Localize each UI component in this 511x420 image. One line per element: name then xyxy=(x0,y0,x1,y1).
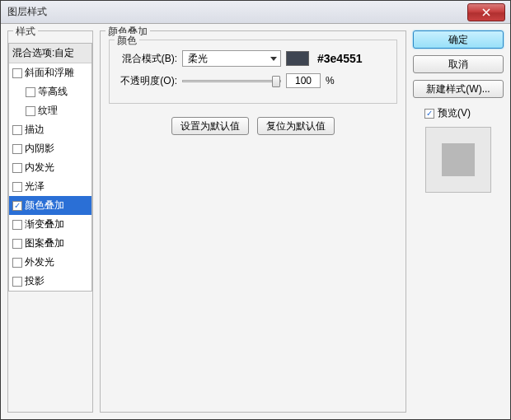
window-title: 图层样式 xyxy=(1,5,47,19)
style-item-label: 描边 xyxy=(25,123,45,137)
chevron-down-icon xyxy=(270,57,277,61)
style-item-label: 内发光 xyxy=(25,161,54,175)
opacity-row: 不透明度(O): 100 % xyxy=(118,73,388,88)
color-hex: #3e4551 xyxy=(317,52,363,65)
preview-box xyxy=(425,127,491,193)
style-item[interactable]: 外发光 xyxy=(9,253,91,272)
style-checkbox[interactable] xyxy=(12,125,22,135)
color-overlay-group: 颜色叠加 颜色 混合模式(B): 柔光 #3e4551 不透明度(O): xyxy=(100,30,406,413)
close-icon xyxy=(482,8,490,16)
style-checkbox[interactable] xyxy=(12,277,22,287)
style-item[interactable]: 内阴影 xyxy=(9,139,91,158)
sub-title: 颜色 xyxy=(115,34,139,48)
style-checkbox[interactable] xyxy=(12,163,22,173)
dialog-content: 样式 混合选项:自定斜面和浮雕等高线纹理描边内阴影内发光光泽颜色叠加渐变叠加图案… xyxy=(1,24,510,419)
opacity-label: 不透明度(O): xyxy=(118,74,177,88)
styles-group: 样式 混合选项:自定斜面和浮雕等高线纹理描边内阴影内发光光泽颜色叠加渐变叠加图案… xyxy=(7,30,93,413)
blend-mode-select[interactable]: 柔光 xyxy=(182,50,281,67)
style-item-label: 图案叠加 xyxy=(25,236,64,250)
close-button[interactable] xyxy=(467,3,505,21)
right-panel: 确定 取消 新建样式(W)... 预览(V) xyxy=(413,30,504,413)
style-item-label: 投影 xyxy=(25,274,45,288)
blend-mode-row: 混合模式(B): 柔光 #3e4551 xyxy=(118,50,388,67)
preview-swatch xyxy=(442,143,475,176)
style-checkbox[interactable] xyxy=(12,144,22,154)
style-checkbox[interactable] xyxy=(26,106,35,116)
style-item[interactable]: 投影 xyxy=(9,272,91,291)
style-item-label: 内阴影 xyxy=(25,142,54,156)
style-item-label: 纹理 xyxy=(38,104,58,118)
ok-button[interactable]: 确定 xyxy=(413,30,504,49)
style-checkbox[interactable] xyxy=(12,182,22,192)
style-item[interactable]: 斜面和浮雕 xyxy=(9,63,91,82)
new-style-button[interactable]: 新建样式(W)... xyxy=(413,80,504,98)
preview-checkbox[interactable] xyxy=(424,109,434,119)
style-item[interactable]: 渐变叠加 xyxy=(9,215,91,234)
style-item[interactable]: 图案叠加 xyxy=(9,234,91,253)
opacity-unit: % xyxy=(326,75,335,86)
opacity-slider[interactable] xyxy=(182,80,281,82)
color-swatch[interactable] xyxy=(286,51,309,66)
style-checkbox[interactable] xyxy=(12,68,22,78)
style-item-label: 外发光 xyxy=(25,255,54,269)
style-item[interactable]: 等高线 xyxy=(9,82,91,101)
style-item-label: 等高线 xyxy=(38,85,68,99)
center-panel: 颜色叠加 颜色 混合模式(B): 柔光 #3e4551 不透明度(O): xyxy=(100,30,406,413)
blend-options-item[interactable]: 混合选项:自定 xyxy=(9,44,91,63)
cancel-button[interactable]: 取消 xyxy=(413,55,504,73)
color-subgroup: 颜色 混合模式(B): 柔光 #3e4551 不透明度(O): xyxy=(109,40,397,104)
left-panel: 样式 混合选项:自定斜面和浮雕等高线纹理描边内阴影内发光光泽颜色叠加渐变叠加图案… xyxy=(7,30,93,413)
style-checkbox[interactable] xyxy=(26,87,35,97)
style-item-label: 光泽 xyxy=(25,180,45,194)
style-list: 混合选项:自定斜面和浮雕等高线纹理描边内阴影内发光光泽颜色叠加渐变叠加图案叠加外… xyxy=(8,43,92,292)
style-item[interactable]: 描边 xyxy=(9,120,91,139)
blend-mode-value: 柔光 xyxy=(188,52,208,66)
style-item[interactable]: 内发光 xyxy=(9,158,91,177)
style-item-label: 斜面和浮雕 xyxy=(25,66,74,80)
style-checkbox[interactable] xyxy=(12,201,22,211)
style-checkbox[interactable] xyxy=(12,239,22,249)
titlebar: 图层样式 xyxy=(1,1,510,24)
preview-label: 预览(V) xyxy=(438,106,471,120)
style-item-label: 颜色叠加 xyxy=(25,198,64,212)
opacity-input[interactable]: 100 xyxy=(286,73,321,88)
slider-thumb[interactable] xyxy=(272,76,280,87)
style-item[interactable]: 颜色叠加 xyxy=(9,196,91,215)
default-buttons-row: 设置为默认值 复位为默认值 xyxy=(109,117,397,135)
style-item-label: 渐变叠加 xyxy=(25,217,64,231)
style-checkbox[interactable] xyxy=(12,220,22,230)
preview-checkbox-row[interactable]: 预览(V) xyxy=(413,106,504,120)
blend-mode-label: 混合模式(B): xyxy=(118,52,177,66)
style-item[interactable]: 纹理 xyxy=(9,101,91,120)
reset-default-button[interactable]: 复位为默认值 xyxy=(257,117,335,135)
style-item[interactable]: 光泽 xyxy=(9,177,91,196)
styles-header: 样式 xyxy=(13,25,38,39)
style-checkbox[interactable] xyxy=(12,258,22,268)
set-default-button[interactable]: 设置为默认值 xyxy=(171,117,249,135)
layer-style-dialog: 图层样式 样式 混合选项:自定斜面和浮雕等高线纹理描边内阴影内发光光泽颜色叠加渐… xyxy=(0,0,511,420)
